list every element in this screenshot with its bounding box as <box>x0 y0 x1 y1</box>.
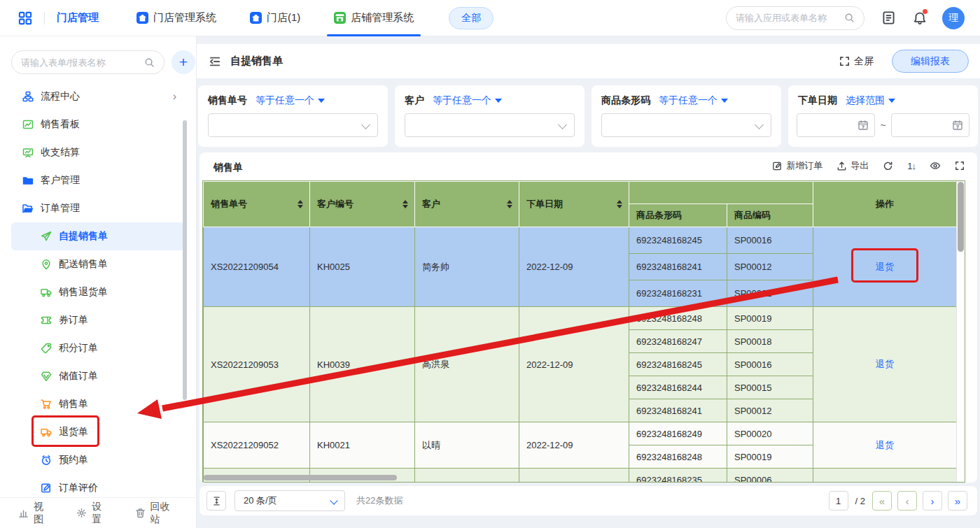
column-header[interactable]: 销售单号 <box>204 182 310 227</box>
sidebar-search[interactable] <box>11 50 164 74</box>
sort-icon[interactable] <box>617 200 622 208</box>
recycle-icon <box>135 508 146 518</box>
pickup-sales-order-icon <box>41 231 52 242</box>
filter-customer-select[interactable] <box>405 113 575 137</box>
sidebar-item-delivery-sales-order[interactable]: 配送销售单 <box>11 250 185 278</box>
sidebar-item-reservation-order[interactable]: 预约单 <box>11 446 185 474</box>
cell-customer-no: KH0039 <box>310 307 415 422</box>
return-action-link[interactable]: 退货 <box>876 440 894 450</box>
sidebar-item-order-review[interactable]: 订单评价 <box>11 474 185 497</box>
sidebar-item-stored-value-order[interactable]: 储值订单 <box>11 362 185 390</box>
filter-barcode-select[interactable] <box>601 113 771 137</box>
filter-barcode: 商品条形码 等于任意一个 <box>592 85 781 147</box>
cell-sku: SP00020 <box>727 422 813 445</box>
cell-barcode: 6923248168245 <box>629 353 727 376</box>
visibility-eye-icon[interactable] <box>930 160 941 171</box>
chevron-right-icon: › <box>173 90 176 103</box>
prev-page-button[interactable]: ‹ <box>897 491 917 511</box>
notification-bell-icon[interactable] <box>913 11 927 25</box>
cell-sku: SP00019 <box>727 445 813 469</box>
filter-sale-no-select[interactable] <box>208 113 378 137</box>
date-from-input[interactable] <box>797 113 875 137</box>
sidebar-item-sales-dashboard[interactable]: 销售看板 <box>11 110 185 138</box>
cell-barcode: 6923248168245 <box>629 227 727 254</box>
column-header[interactable]: 客户编号 <box>310 182 415 227</box>
sidebar-footer-settings[interactable]: 设置 <box>76 501 109 526</box>
sidebar-footer: 视图设置回收站 <box>0 497 195 528</box>
collapse-sidebar-icon[interactable] <box>209 55 221 68</box>
add-order-button[interactable]: 新增订单 <box>772 159 822 172</box>
return-action-link[interactable]: 退货 <box>876 359 894 369</box>
table-fullscreen-icon[interactable] <box>955 161 965 171</box>
refresh-icon[interactable] <box>883 161 893 171</box>
sidebar-menu: 流程中心›销售看板收支结算客户管理订单管理自提销售单配送销售单销售退货单券订单积… <box>0 83 196 497</box>
table-row[interactable]: XS20221209052KH0021以晴2022-12-09692324816… <box>204 422 957 445</box>
all-apps-pill[interactable]: 全部 <box>449 7 493 29</box>
sidebar-item-label: 流程中心 <box>41 90 80 103</box>
sidebar-item-points-order[interactable]: 积分订单 <box>11 334 185 362</box>
current-page-input[interactable]: 1 <box>829 491 848 511</box>
first-page-button[interactable]: « <box>872 491 892 511</box>
sidebar-item-income-settlement[interactable]: 收支结算 <box>11 138 185 166</box>
sort-icon[interactable] <box>507 200 512 208</box>
edit-report-button[interactable]: 编辑报表 <box>892 50 969 73</box>
tab-store-1[interactable]: 门店(1) <box>233 0 317 36</box>
user-avatar[interactable]: 理 <box>942 7 965 29</box>
page-size-select[interactable]: 20 条/页 <box>234 490 345 511</box>
next-page-button[interactable]: › <box>923 491 942 511</box>
column-header-action[interactable]: 操作 <box>813 182 957 227</box>
sidebar-search-input[interactable] <box>21 57 144 68</box>
fullscreen-button[interactable]: 全屏 <box>839 55 874 68</box>
sidebar-item-sales-return-order[interactable]: 销售退货单 <box>11 278 185 306</box>
date-to-input[interactable] <box>891 113 969 137</box>
apps-grid-icon[interactable] <box>18 11 32 25</box>
sidebar-footer-recycle[interactable]: 回收站 <box>135 501 177 526</box>
home-icon <box>250 12 262 24</box>
address-book-icon[interactable] <box>881 10 896 25</box>
filter-sale-no: 销售单号 等于任意一个 <box>198 85 388 147</box>
sidebar-item-coupon-order[interactable]: 券订单 <box>11 306 185 334</box>
sales-table-panel: 销售单 新增订单 导出 1↓ 销售单号客户编号客户下单日期操作商品条形码商品编码… <box>200 152 977 483</box>
sidebar-item-process-center[interactable]: 流程中心› <box>11 83 185 110</box>
table-vertical-scrollbar[interactable] <box>956 181 965 482</box>
row-density-button[interactable] <box>206 491 226 511</box>
views-icon <box>18 508 29 518</box>
cell-barcode: 6923248168235 <box>629 469 727 483</box>
table-horizontal-scrollbar[interactable] <box>204 475 397 480</box>
filter-operator-dropdown[interactable]: 等于任意一个 <box>255 94 325 107</box>
filter-operator-dropdown[interactable]: 等于任意一个 <box>659 94 728 107</box>
chevron-down-icon <box>558 120 567 129</box>
table-row[interactable]: XS20221209053KH0039高洪泉2022-12-0969232481… <box>204 307 957 330</box>
return-action-link[interactable]: 退货 <box>876 262 894 272</box>
cell-customer <box>415 469 519 483</box>
sidebar-item-customer-management[interactable]: 客户管理 <box>11 166 185 194</box>
column-subheader[interactable]: 商品编码 <box>727 204 813 227</box>
export-button[interactable]: 导出 <box>836 159 869 172</box>
nav-link-store-management[interactable]: 门店管理 <box>57 11 99 24</box>
scrollbar-thumb[interactable] <box>958 182 964 252</box>
export-icon <box>836 161 847 171</box>
column-header[interactable]: 客户 <box>415 182 519 227</box>
filter-range-dropdown[interactable]: 选择范围 <box>846 94 895 107</box>
column-subheader[interactable]: 商品条形码 <box>629 204 727 227</box>
sort-icon[interactable] <box>298 200 303 208</box>
tab-store-mgmt-system[interactable]: 门店管理系统 <box>120 0 233 36</box>
sort-icon[interactable] <box>402 200 408 208</box>
last-page-button[interactable]: » <box>948 491 967 511</box>
sidebar-item-return-order[interactable]: 退货单 <box>11 418 185 446</box>
global-search[interactable] <box>726 6 864 30</box>
sidebar-item-sales-order[interactable]: 销售单 <box>11 390 185 418</box>
sidebar-footer-views[interactable]: 视图 <box>18 501 51 526</box>
global-search-input[interactable] <box>736 13 844 23</box>
sidebar-item-label: 退货单 <box>59 426 88 438</box>
sidebar-item-order-management[interactable]: 订单管理 <box>11 194 185 222</box>
sidebar-item-pickup-sales-order[interactable]: 自提销售单 <box>11 222 185 250</box>
sort-toolbar-icon[interactable]: 1↓ <box>907 161 916 171</box>
tab-shop-mgmt-system[interactable]: 店铺管理系统 <box>317 0 430 36</box>
add-form-button[interactable]: + <box>172 50 195 74</box>
filter-operator-dropdown[interactable]: 等于任意一个 <box>433 94 502 107</box>
column-header[interactable]: 下单日期 <box>519 182 629 227</box>
sidebar-scrollbar[interactable] <box>183 120 187 400</box>
sidebar-item-label: 券订单 <box>59 314 88 327</box>
table-row[interactable]: XS20221209054KH0025简务帅2022-12-0969232481… <box>204 227 957 254</box>
